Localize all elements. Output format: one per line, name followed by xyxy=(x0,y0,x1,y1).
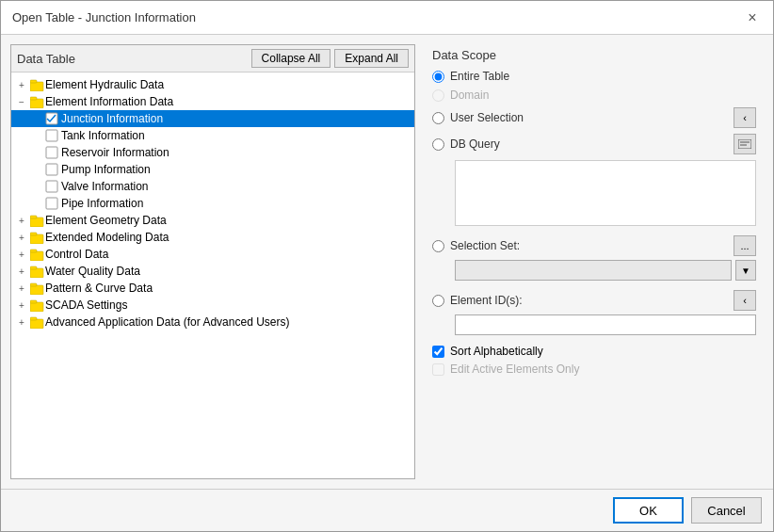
tree-item-pump-information[interactable]: Pump Information xyxy=(11,161,414,178)
tree-item-water-quality[interactable]: + Water Quality Data xyxy=(11,263,414,280)
svg-rect-23 xyxy=(30,317,37,320)
element-id-button[interactable]: ‹ xyxy=(734,290,756,311)
svg-rect-18 xyxy=(30,285,43,295)
entire-table-radio[interactable] xyxy=(432,71,444,83)
svg-rect-9 xyxy=(46,198,57,209)
svg-rect-11 xyxy=(30,216,37,218)
expander-icon: + xyxy=(15,298,28,312)
tree-item-control-data[interactable]: + Control Data xyxy=(11,246,414,263)
folder-icon xyxy=(30,95,45,108)
tree-item-element-geometry[interactable]: + Element Geometry Data xyxy=(11,212,414,229)
db-query-textarea xyxy=(455,160,756,226)
data-table-label: Data Table xyxy=(17,52,75,66)
db-query-radio[interactable] xyxy=(432,138,444,151)
entire-table-label[interactable]: Entire Table xyxy=(450,70,509,83)
folder-icon xyxy=(30,265,45,278)
edit-active-row: Edit Active Elements Only xyxy=(432,363,756,376)
tree-item-extended-modeling[interactable]: + Extended Modeling Data xyxy=(11,229,414,246)
checkbox-icon xyxy=(45,129,58,142)
svg-rect-19 xyxy=(30,283,37,286)
selection-set-dropdown-button[interactable]: ▼ xyxy=(735,260,756,281)
tree-item-label: Pipe Information xyxy=(61,197,143,210)
domain-row: Domain xyxy=(432,89,756,102)
sort-alphabetically-checkbox[interactable] xyxy=(432,346,444,358)
cancel-button[interactable]: Cancel xyxy=(691,497,762,524)
tree-item-pipe-information[interactable]: Pipe Information xyxy=(11,195,414,212)
svg-rect-0 xyxy=(30,82,43,91)
right-panel: Data Scope Entire Table Domain User Sele… xyxy=(425,44,764,479)
svg-rect-7 xyxy=(46,164,57,175)
tree-item-advanced[interactable]: + Advanced Application Data (for Advance… xyxy=(11,314,414,330)
dialog-body: Data Table Collapse All Expand All + Ele… xyxy=(1,35,773,489)
folder-icon xyxy=(30,214,45,227)
tree-item-label: Pattern & Curve Data xyxy=(45,282,153,295)
element-id-input[interactable] xyxy=(455,314,756,335)
expander-icon: + xyxy=(15,315,28,329)
db-query-icon xyxy=(738,139,751,149)
element-id-radio[interactable] xyxy=(432,295,444,307)
svg-rect-2 xyxy=(30,99,43,108)
tree-item-label: Valve Information xyxy=(61,180,149,193)
tree-item-valve-information[interactable]: Valve Information xyxy=(11,178,414,195)
close-button[interactable]: × xyxy=(743,8,762,27)
tree-item-label: Reservoir Information xyxy=(61,146,169,159)
tree-item-reservoir-information[interactable]: Reservoir Information xyxy=(11,144,414,161)
element-id-input-row xyxy=(455,314,756,335)
expander-icon xyxy=(30,146,43,159)
svg-rect-22 xyxy=(30,319,43,329)
svg-rect-8 xyxy=(46,181,57,192)
expander-icon xyxy=(30,180,43,193)
expander-icon: + xyxy=(15,248,28,261)
selection-set-combo: ▼ xyxy=(455,260,756,281)
header-buttons: Collapse All Expand All xyxy=(251,49,409,68)
checkbox-icon xyxy=(45,146,58,159)
expander-icon: + xyxy=(15,282,28,295)
expander-icon xyxy=(30,112,43,125)
tree-item-label: Extended Modeling Data xyxy=(45,231,169,244)
user-selection-radio[interactable] xyxy=(432,112,444,124)
folder-icon xyxy=(30,315,45,329)
svg-rect-17 xyxy=(30,266,37,269)
tree-item-label: Element Geometry Data xyxy=(45,214,167,227)
svg-rect-13 xyxy=(30,233,37,235)
expander-icon xyxy=(30,129,43,142)
left-panel: Data Table Collapse All Expand All + Ele… xyxy=(10,44,415,479)
db-query-button[interactable] xyxy=(734,134,756,154)
tree-item-element-information[interactable]: − Element Information Data xyxy=(11,93,414,110)
tree-item-label: Advanced Application Data (for Advanced … xyxy=(45,315,289,329)
entire-table-row: Entire Table xyxy=(432,70,756,83)
edit-active-label: Edit Active Elements Only xyxy=(450,363,579,376)
svg-rect-3 xyxy=(30,97,37,100)
tree-item-scada[interactable]: + SCADA Settings xyxy=(11,297,414,314)
tree-item-tank-information[interactable]: Tank Information xyxy=(11,127,414,144)
tree-item-pattern-curve[interactable]: + Pattern & Curve Data xyxy=(11,280,414,297)
checkbox-checked-icon xyxy=(45,112,58,125)
edit-active-checkbox[interactable] xyxy=(432,363,444,376)
user-selection-button[interactable]: ‹ xyxy=(734,107,756,128)
expander-icon: + xyxy=(15,78,28,91)
selection-set-button[interactable]: ... xyxy=(734,235,756,256)
expander-icon xyxy=(30,197,43,210)
selection-set-combobox[interactable] xyxy=(455,260,732,281)
expand-all-button[interactable]: Expand All xyxy=(334,49,409,68)
sort-alphabetically-label: Sort Alphabetically xyxy=(450,345,543,358)
checkbox-icon xyxy=(45,180,58,193)
user-selection-row: User Selection ‹ xyxy=(432,107,756,128)
domain-radio[interactable] xyxy=(432,89,444,102)
tree-item-label: Tank Information xyxy=(61,129,145,142)
folder-icon xyxy=(30,248,45,261)
checkbox-icon xyxy=(45,163,58,176)
user-selection-label: User Selection xyxy=(450,111,734,124)
selection-set-radio[interactable] xyxy=(432,240,444,252)
dialog: Open Table - Junction Information × Data… xyxy=(0,0,774,532)
left-panel-header: Data Table Collapse All Expand All xyxy=(11,45,414,73)
ok-button[interactable]: OK xyxy=(613,497,684,524)
selection-set-row: Selection Set: ... xyxy=(432,235,756,256)
svg-rect-14 xyxy=(30,251,43,261)
collapse-all-button[interactable]: Collapse All xyxy=(251,49,331,68)
tree-item-element-hydraulic[interactable]: + Element Hydraulic Data xyxy=(11,76,414,93)
tree-item-label: Control Data xyxy=(45,248,108,261)
svg-rect-12 xyxy=(30,234,43,244)
element-id-row: Element ID(s): ‹ xyxy=(432,290,756,311)
tree-item-junction-information[interactable]: Junction Information xyxy=(11,110,414,127)
